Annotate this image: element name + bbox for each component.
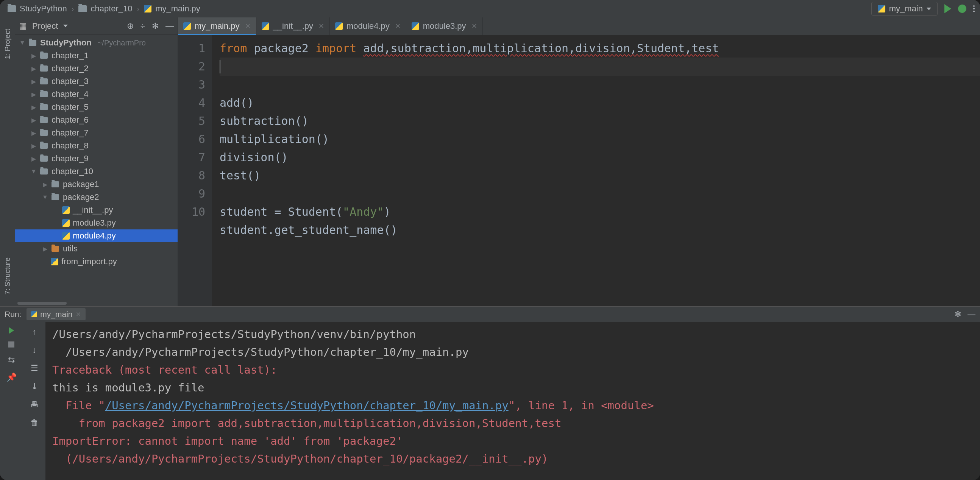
- traceback-link[interactable]: /Users/andy/PycharmProjects/StudyPython/…: [105, 399, 509, 412]
- editor-tab[interactable]: module4.py✕: [330, 17, 406, 35]
- settings-icon[interactable]: ✻: [955, 310, 961, 319]
- print-button[interactable]: 🖶: [30, 400, 39, 410]
- locate-icon[interactable]: ⊕: [127, 21, 134, 31]
- close-icon[interactable]: ✕: [245, 22, 251, 30]
- tree-folder-utils[interactable]: ▶ utils: [15, 242, 178, 255]
- close-icon[interactable]: ✕: [76, 310, 81, 318]
- line-gutter: 12345678910: [178, 35, 212, 306]
- folder-icon: [40, 168, 48, 175]
- tree-label: __init__.py: [73, 205, 113, 215]
- run-config-name: my_main: [889, 4, 923, 14]
- expand-icon[interactable]: ÷: [140, 21, 145, 31]
- tree-folder[interactable]: ▶chapter_7: [15, 126, 178, 139]
- close-icon[interactable]: ✕: [395, 22, 401, 30]
- python-file-icon: [412, 22, 419, 30]
- python-file-icon: [878, 5, 885, 13]
- editor-area: my_main.py✕__init__.py✕module4.py✕module…: [178, 17, 980, 306]
- python-file-icon: [51, 258, 58, 265]
- breadcrumb-label: chapter_10: [91, 4, 132, 14]
- tree-label: chapter_9: [51, 154, 89, 164]
- python-file-icon: [144, 5, 151, 13]
- python-file-icon: [183, 22, 191, 30]
- tree-file-selected[interactable]: module4.py: [15, 229, 178, 242]
- project-panel-icon: ▦: [19, 21, 27, 31]
- down-button[interactable]: ↓: [32, 345, 37, 355]
- tree-file[interactable]: module3.py: [15, 216, 178, 229]
- python-file-icon: [31, 311, 37, 317]
- tree-folder[interactable]: ▶chapter_4: [15, 88, 178, 101]
- project-tree[interactable]: ▼ StudyPython ~/PycharmPro ▶chapter_1▶ch…: [15, 35, 178, 300]
- tree-folder[interactable]: ▶chapter_1: [15, 49, 178, 62]
- ide-body: 1: Project 7: Structure ▦ Project ⊕ ÷ ✻ …: [0, 17, 980, 306]
- run-config-selector[interactable]: my_main: [871, 2, 938, 16]
- editor-tab[interactable]: __init__.py✕: [256, 17, 330, 35]
- clear-button[interactable]: 🗑: [30, 418, 39, 428]
- folder-icon: [40, 78, 48, 84]
- layout-button[interactable]: ⇆: [8, 355, 15, 365]
- tree-label: module3.py: [73, 218, 116, 228]
- tree-root[interactable]: ▼ StudyPython ~/PycharmPro: [15, 37, 178, 49]
- rerun-button[interactable]: [9, 327, 14, 334]
- tab-label: my_main.py: [195, 21, 240, 31]
- run-body: ⇆ 📌 ↑ ↓ ☰ ⤓ 🖶 🗑 /Users/andy/PycharmProje…: [0, 322, 980, 480]
- console-output[interactable]: /Users/andy/PycharmProjects/StudyPython/…: [45, 322, 980, 480]
- tree-folder[interactable]: ▶chapter_2: [15, 62, 178, 75]
- run-button[interactable]: [944, 4, 951, 13]
- breadcrumb-file[interactable]: my_main.py: [142, 3, 203, 14]
- breadcrumb-separator: ›: [136, 5, 140, 13]
- hide-icon[interactable]: —: [967, 310, 975, 319]
- scroll-to-end-button[interactable]: ⤓: [31, 381, 38, 391]
- tree-folder[interactable]: ▶chapter_5: [15, 101, 178, 114]
- breadcrumb-root[interactable]: StudyPython: [5, 3, 69, 14]
- left-tool-strip: 1: Project 7: Structure: [0, 17, 15, 306]
- tree-label: chapter_5: [51, 102, 89, 112]
- tree-folder[interactable]: ▶chapter_3: [15, 75, 178, 88]
- breadcrumb-folder[interactable]: chapter_10: [76, 3, 134, 14]
- settings-icon[interactable]: ✻: [152, 21, 159, 31]
- tree-label: chapter_7: [51, 128, 89, 138]
- up-button[interactable]: ↑: [32, 327, 37, 337]
- tree-file[interactable]: from_import.py: [15, 255, 178, 268]
- caret-down-icon[interactable]: [63, 25, 68, 27]
- editor-tab[interactable]: module3.py✕: [406, 17, 483, 35]
- code-editor[interactable]: 12345678910 from package2 import add,sub…: [178, 35, 980, 306]
- pin-button[interactable]: 📌: [6, 372, 17, 382]
- run-header: Run: my_main ✕ ✻ —: [0, 307, 980, 322]
- folder-icon: [40, 65, 48, 72]
- tree-folder[interactable]: ▶chapter_9: [15, 152, 178, 165]
- editor-tab[interactable]: my_main.py✕: [178, 17, 256, 35]
- structure-tool-button[interactable]: 7: Structure: [3, 254, 12, 298]
- close-icon[interactable]: ✕: [471, 22, 477, 30]
- tree-label: chapter_10: [51, 167, 93, 176]
- tree-folder-package2[interactable]: ▼ package2: [15, 191, 178, 203]
- run-tab[interactable]: my_main ✕: [27, 308, 85, 320]
- tree-label: chapter_6: [51, 115, 89, 125]
- tree-file[interactable]: __init__.py: [15, 203, 178, 216]
- stop-button[interactable]: [8, 342, 14, 348]
- tree-folder[interactable]: ▶chapter_6: [15, 114, 178, 126]
- folder-icon: [40, 91, 48, 97]
- project-tool-button[interactable]: 1: Project: [3, 25, 12, 63]
- debug-button[interactable]: [958, 5, 966, 13]
- tree-horizontal-scrollbar[interactable]: [15, 300, 178, 306]
- tree-folder-package1[interactable]: ▶ package1: [15, 178, 178, 191]
- tree-label: chapter_2: [51, 64, 89, 73]
- folder-icon: [51, 246, 59, 252]
- soft-wrap-button[interactable]: ☰: [31, 363, 38, 373]
- hide-icon[interactable]: —: [165, 21, 174, 31]
- close-icon[interactable]: ✕: [318, 22, 324, 30]
- more-actions-button[interactable]: [973, 5, 975, 12]
- tree-folder-chapter10[interactable]: ▼ chapter_10: [15, 165, 178, 178]
- project-panel: ▦ Project ⊕ ÷ ✻ — ▼ StudyPython ~/Pychar…: [15, 17, 178, 306]
- tree-hint: ~/PycharmPro: [98, 39, 146, 47]
- tree-label: from_import.py: [61, 257, 117, 267]
- breadcrumb-separator: ›: [71, 5, 75, 13]
- run-tab-label: my_main: [40, 310, 72, 319]
- tab-label: module3.py: [423, 21, 466, 31]
- tab-label: __init__.py: [273, 21, 313, 31]
- tree-folder[interactable]: ▶chapter_8: [15, 139, 178, 152]
- folder-icon: [51, 194, 59, 200]
- tree-label: chapter_1: [51, 51, 89, 60]
- code-content[interactable]: from package2 import add,subtraction,mul…: [212, 35, 980, 306]
- python-file-icon: [62, 219, 70, 227]
